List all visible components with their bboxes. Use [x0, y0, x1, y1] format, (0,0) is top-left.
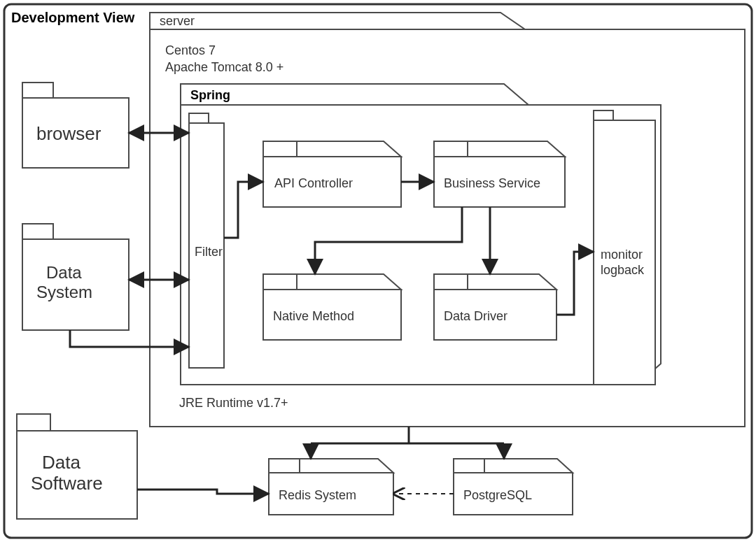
svg-rect-17	[17, 414, 50, 431]
server-os: Centos 7	[165, 43, 216, 57]
data-system-label-2: System	[36, 283, 92, 301]
svg-rect-9	[434, 274, 468, 290]
postgresql-label: PostgreSQL	[463, 488, 532, 502]
browser-label: browser	[36, 123, 102, 144]
data-driver-label: Data Driver	[444, 309, 507, 323]
filter-label: Filter	[195, 245, 223, 259]
redis-label: Redis System	[279, 488, 356, 502]
svg-rect-15	[22, 224, 53, 239]
native-method-label: Native Method	[273, 309, 354, 323]
postgresql-package: PostgreSQL	[454, 459, 573, 515]
svg-rect-3	[263, 141, 297, 157]
data-software-label-1: Data	[42, 452, 80, 473]
server-jre: JRE Runtime v1.7+	[179, 396, 288, 410]
redis-package: Redis System	[269, 459, 393, 515]
data-software-label-2: Software	[31, 473, 103, 494]
data-driver-package: Data Driver	[434, 274, 556, 340]
monitor-label-1: monitor	[601, 248, 643, 262]
browser-package: browser	[22, 83, 129, 168]
svg-rect-11	[594, 110, 613, 120]
business-service-label: Business Service	[444, 176, 540, 190]
development-view-diagram: Development View server Centos 7 Apache …	[0, 0, 756, 542]
conn-server-databases	[311, 427, 504, 459]
monitor-label-2: logback	[601, 263, 645, 277]
filter-package: Filter	[189, 113, 224, 368]
svg-rect-7	[263, 274, 297, 290]
spring-package: Spring	[181, 84, 661, 385]
conn-datasoftware-redis	[137, 490, 269, 494]
svg-rect-19	[269, 459, 300, 473]
svg-rect-13	[22, 83, 53, 98]
server-label: server	[160, 14, 195, 28]
native-method-package: Native Method	[263, 274, 401, 340]
spring-label: Spring	[190, 88, 230, 102]
server-appserver: Apache Tomcat 8.0 +	[165, 60, 284, 74]
svg-rect-21	[454, 459, 484, 473]
data-system-package: Data System	[22, 224, 129, 330]
monitor-logback-package: monitor logback	[594, 110, 655, 385]
data-software-package: Data Software	[17, 414, 137, 519]
business-service-package: Business Service	[434, 141, 565, 207]
svg-rect-1	[189, 113, 209, 123]
api-controller-label: API Controller	[274, 176, 353, 190]
data-system-label-1: Data	[46, 263, 82, 282]
api-controller-package: API Controller	[263, 141, 401, 207]
svg-rect-5	[434, 141, 468, 157]
diagram-title: Development View	[11, 10, 135, 25]
